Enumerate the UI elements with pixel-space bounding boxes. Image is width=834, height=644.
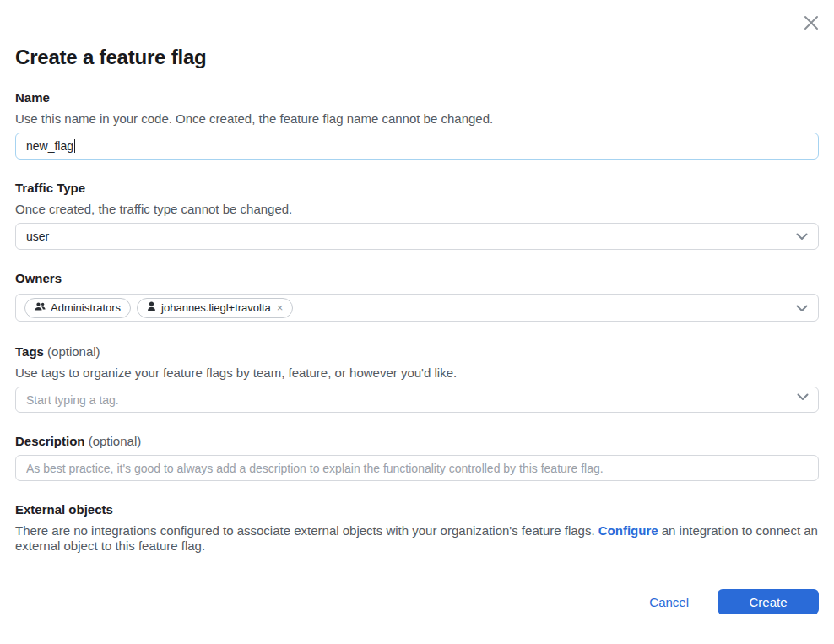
description-label-text: Description (15, 434, 85, 448)
traffic-type-field-group: Traffic Type Once created, the traffic t… (15, 181, 819, 250)
tags-optional-text: (optional) (47, 344, 100, 359)
description-field-group: Description (optional) (15, 434, 819, 481)
external-text-before: There are no integrations configured to … (15, 523, 598, 538)
close-icon (802, 14, 820, 35)
owners-field-group: Owners Administrators (15, 271, 819, 322)
create-button[interactable]: Create (718, 589, 819, 614)
name-input-value: new_flag (26, 139, 73, 153)
name-label: Name (15, 90, 819, 106)
external-objects-text: There are no integrations configured to … (15, 523, 819, 554)
remove-owner-icon[interactable]: × (277, 302, 284, 313)
owners-label: Owners (15, 271, 819, 286)
name-description: Use this name in your code. Once created… (15, 111, 819, 127)
chevron-down-icon (796, 230, 808, 243)
traffic-type-select[interactable]: user (15, 223, 819, 250)
configure-link[interactable]: Configure (598, 523, 658, 538)
owner-chip-user[interactable]: johannes.liegl+travolta × (137, 298, 293, 318)
tags-field-group: Tags (optional) Use tags to organize you… (15, 344, 819, 413)
tags-input[interactable] (15, 387, 819, 413)
group-icon (35, 301, 46, 314)
traffic-type-label: Traffic Type (15, 181, 819, 196)
close-button[interactable] (800, 13, 822, 35)
chevron-down-icon (796, 301, 808, 315)
name-field-group: Name Use this name in your code. Once cr… (15, 90, 819, 160)
description-label: Description (optional) (15, 434, 819, 449)
external-objects-group: External objects There are no integratio… (15, 502, 819, 554)
tags-input-wrap (15, 381, 819, 413)
traffic-type-selected-value: user (26, 230, 49, 243)
person-icon (147, 301, 156, 314)
name-input[interactable]: new_flag (15, 133, 819, 160)
cancel-button[interactable]: Cancel (649, 595, 689, 609)
owner-chip-label: Administrators (51, 301, 121, 314)
tags-label: Tags (optional) (15, 344, 819, 360)
tags-description: Use tags to organize your feature flags … (15, 365, 819, 381)
owners-select[interactable]: Administrators johannes.liegl+travolta × (15, 294, 819, 322)
owner-chip-label: johannes.liegl+travolta (161, 301, 271, 314)
text-cursor (74, 139, 75, 153)
traffic-type-description: Once created, the traffic type cannot be… (15, 202, 819, 217)
create-feature-flag-modal: Create a feature flag Name Use this name… (0, 46, 834, 614)
modal-footer: Cancel Create (15, 589, 819, 614)
external-objects-label: External objects (15, 502, 819, 517)
tags-label-text: Tags (15, 344, 44, 359)
owner-chip-administrators[interactable]: Administrators (24, 298, 131, 318)
modal-title: Create a feature flag (15, 46, 819, 69)
description-optional-text: (optional) (89, 434, 142, 448)
description-input[interactable] (15, 455, 819, 481)
chevron-down-icon (797, 389, 809, 404)
